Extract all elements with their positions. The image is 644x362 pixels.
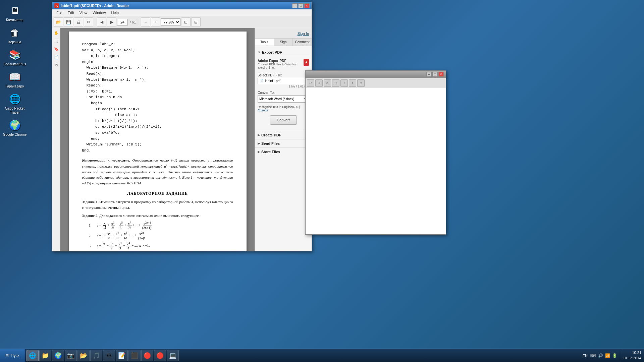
pdf-area[interactable]: Program lab5_2; Var a, b, c, x, s: Real;…	[60, 28, 255, 251]
sw-tool3[interactable]: ✕	[324, 79, 331, 87]
recycle-icon-label: Корзина	[8, 40, 21, 44]
prev-page-button[interactable]: ◀	[97, 17, 106, 27]
menu-help[interactable]: Help	[108, 10, 121, 15]
garant-desktop-icon[interactable]: 📖 Гарант.заро	[3, 70, 27, 88]
computer-icon-label: Компьютер	[6, 18, 23, 22]
start-label: Пуск	[11, 353, 19, 358]
formula2: 2. s = 1+ x22! + x44! + x66! +…+ x2n(2n)…	[89, 231, 233, 240]
second-window-content	[306, 88, 446, 234]
sw-tool2[interactable]: ↪	[315, 79, 323, 87]
taskbar-misc-icon[interactable]: 💻	[167, 350, 179, 361]
create-pdf-section[interactable]: ▶ Create PDF	[255, 131, 312, 139]
sign-in-bar: Sign In	[255, 28, 312, 39]
collapsed-arrow3-icon: ▶	[258, 150, 260, 154]
export-pdf-label: Export PDF	[262, 50, 282, 54]
panel-tabs: Tools Sign Comment	[255, 39, 312, 46]
left-toolbar: ✋ ⬚ 🔖 📄 ⧉	[52, 28, 60, 251]
hand-tool[interactable]: ✋	[53, 29, 60, 36]
taskbar-files-icon[interactable]: 📂	[77, 350, 90, 361]
sw-tool4[interactable]: ⊡	[332, 79, 339, 87]
tab-tools[interactable]: Tools	[255, 39, 274, 46]
toolbar: 📂 💾 🖨 ✉ ◀ ▶ 24 / 61 − + 77,9% ⊡ ⊟	[52, 16, 312, 28]
zoom-in-button[interactable]: +	[151, 17, 160, 27]
recycle-icon: 🗑	[8, 25, 22, 40]
taskbar-unity-icon[interactable]: 🔴	[141, 350, 153, 361]
fit-width-button[interactable]: ⊟	[191, 17, 201, 27]
next-page-button[interactable]: ▶	[107, 17, 116, 27]
minimize-button[interactable]: ─	[292, 3, 298, 8]
taskbar-word-icon[interactable]: 📝	[116, 350, 128, 361]
maximize-button[interactable]: □	[298, 3, 304, 8]
menu-file[interactable]: File	[54, 10, 65, 15]
clock-area: 10:21 10.12.2014	[620, 350, 641, 361]
adobe-desc: Convert PDF files to Word or Excel onlin…	[258, 63, 304, 69]
taskbar-vs-icon[interactable]: ⬛	[128, 350, 141, 361]
taskbar-media-icon[interactable]: 🎵	[90, 350, 102, 361]
taskbar-camera-icon[interactable]: 📷	[65, 350, 77, 361]
select-tool[interactable]: ⬚	[53, 38, 60, 44]
date-display: 10.12.2014	[623, 356, 641, 361]
sw-tool7[interactable]: ⊙	[357, 79, 365, 87]
chrome-icon: 🌍	[8, 118, 22, 132]
layers-tool[interactable]: ⧉	[53, 62, 60, 68]
taskbar-folder-icon[interactable]: 📁	[39, 350, 51, 361]
store-files-section[interactable]: ▶ Store Files	[255, 147, 312, 156]
second-window-controls: ─ □ ✕	[426, 72, 444, 77]
garant-icon: 📖	[8, 70, 22, 84]
fit-page-button[interactable]: ⊡	[181, 17, 191, 27]
file-size-info: 1 file / 1.01 MB	[258, 85, 309, 88]
computer-icon: 🖥	[8, 3, 22, 17]
pages-tool[interactable]: 📄	[53, 54, 60, 60]
change-link[interactable]: Change	[258, 109, 268, 112]
bookmark-tool[interactable]: 🔖	[53, 46, 60, 52]
close-button[interactable]: ✕	[304, 3, 310, 8]
sw-tool5[interactable]: ↕	[340, 79, 348, 87]
recycle-desktop-icon[interactable]: 🗑 Корзина	[3, 25, 27, 44]
cisco-desktop-icon[interactable]: 🌐 Cisco Packet Tracer	[3, 92, 27, 115]
convert-to-label: Convert To:	[258, 91, 309, 95]
sw-minimize-button[interactable]: ─	[426, 72, 432, 77]
menu-edit[interactable]: Edit	[65, 10, 77, 15]
page-total: / 61	[128, 20, 137, 24]
print-button[interactable]: 🖨	[74, 17, 83, 27]
convert-to-select[interactable]: Microsoft Word (*.docx)	[258, 95, 309, 103]
recognize-text: Recognize Text in English(U.S.) Change	[258, 105, 309, 112]
sw-close-button[interactable]: ✕	[438, 72, 444, 77]
taskbar: ⊞ Пуск 🌐 📁 🌍 📷 📂 🎵 ⚙ 📝 ⬛ 🔴 🔴 💻 EN ⌨ 🔊 📶 …	[0, 349, 644, 362]
task2: Задание 2. Для заданного x, числа слагае…	[82, 213, 233, 219]
keyboard-icon: ⌨	[590, 353, 596, 358]
window-title: labinf1.pdf (SECURED) - Adobe Reader	[61, 4, 129, 8]
sw-tool1[interactable]: ↩	[307, 79, 314, 87]
system-icons: ⌨ 🔊 📶 🔋	[590, 353, 617, 358]
menu-window[interactable]: Window	[90, 10, 108, 15]
title-bar-left: A labinf1.pdf (SECURED) - Adobe Reader	[54, 3, 129, 8]
convert-button[interactable]: Convert	[270, 115, 297, 125]
sign-in-link[interactable]: Sign In	[298, 32, 309, 36]
pdf-file-icon: 📄	[260, 79, 264, 83]
zoom-out-button[interactable]: −	[141, 17, 150, 27]
consultant-desktop-icon[interactable]: 📚 ConsultantPlus	[3, 48, 27, 66]
menu-view[interactable]: View	[77, 10, 90, 15]
send-files-section[interactable]: ▶ Send Files	[255, 139, 312, 147]
sw-tool6[interactable]: ↕	[349, 79, 356, 87]
export-pdf-header[interactable]: ▼ Export PDF	[258, 49, 309, 56]
create-pdf-label: Create PDF	[261, 133, 281, 137]
garant-icon-label: Гарант.заро	[6, 84, 24, 88]
taskbar-settings-icon[interactable]: ⚙	[103, 350, 115, 361]
taskbar-acrobat-icon[interactable]: 🔴	[154, 350, 166, 361]
start-button[interactable]: ⊞ Пуск	[0, 349, 25, 362]
chrome-desktop-icon[interactable]: 🌍 Google Chrome	[3, 118, 27, 137]
computer-desktop-icon[interactable]: 🖥 Компьютер	[3, 3, 27, 22]
pdf-heading: ЛАБОРАТОРНОЕ ЗАДАНИЕ	[82, 190, 233, 196]
email-button[interactable]: ✉	[84, 17, 93, 27]
taskbar-ie-icon[interactable]: 🌐	[26, 350, 39, 361]
separator1	[95, 18, 95, 26]
taskbar-chrome-icon[interactable]: 🌍	[52, 350, 64, 361]
save-button[interactable]: 💾	[64, 17, 73, 27]
open-button[interactable]: 📂	[54, 17, 63, 27]
zoom-select[interactable]: 77,9%	[161, 18, 180, 26]
page-number-input[interactable]: 24	[117, 19, 128, 25]
tab-sign[interactable]: Sign	[274, 39, 293, 46]
tab-comment[interactable]: Comment	[293, 39, 312, 46]
sw-restore-button[interactable]: □	[432, 72, 438, 77]
